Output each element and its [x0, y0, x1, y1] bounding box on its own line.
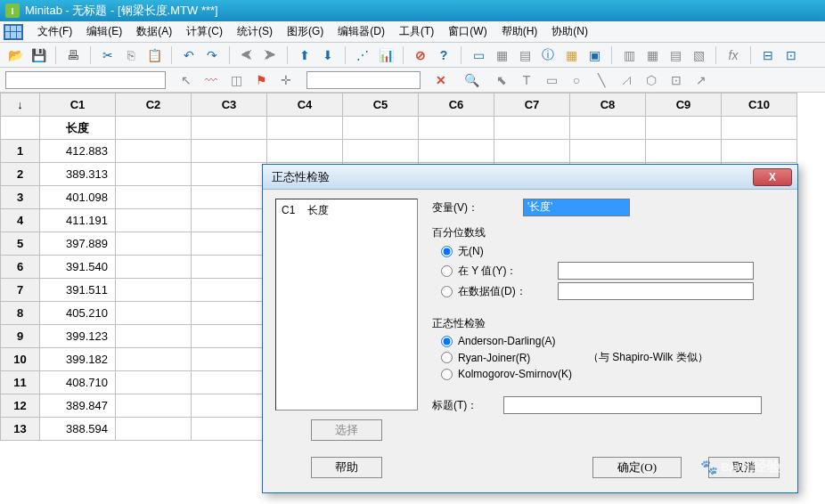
- column-name-cell[interactable]: [192, 117, 267, 140]
- column-name-cell[interactable]: [494, 117, 570, 140]
- worksheet-icon[interactable]: [4, 24, 23, 40]
- column-name-cell[interactable]: 长度: [40, 117, 116, 140]
- cell[interactable]: [192, 394, 267, 418]
- insert-up-icon[interactable]: ⬆: [295, 45, 314, 65]
- menu-calc[interactable]: 计算(C): [179, 21, 230, 42]
- column-header[interactable]: C8: [570, 93, 646, 117]
- cell[interactable]: [494, 140, 570, 163]
- brush-icon[interactable]: 〰: [201, 70, 221, 90]
- undo-icon[interactable]: ↶: [179, 45, 199, 65]
- combo-2[interactable]: [306, 71, 421, 89]
- cell[interactable]: [192, 163, 267, 186]
- row-header[interactable]: 9: [1, 325, 40, 348]
- info-icon[interactable]: ⓘ: [538, 45, 558, 65]
- row-header[interactable]: 1: [1, 140, 40, 163]
- nav-prev-icon[interactable]: ⮜: [237, 45, 257, 65]
- radio-yvalue[interactable]: [441, 265, 453, 277]
- insert-down-icon[interactable]: ⬇: [318, 45, 338, 65]
- menu-tools[interactable]: 工具(T): [392, 21, 441, 42]
- cell[interactable]: [343, 140, 419, 163]
- column-name-cell[interactable]: [419, 117, 494, 140]
- fx-icon[interactable]: fx: [723, 45, 743, 65]
- cell[interactable]: [116, 371, 192, 394]
- column-name-cell[interactable]: [267, 117, 343, 140]
- column-header[interactable]: C10: [722, 93, 797, 117]
- title-input[interactable]: [503, 396, 762, 414]
- cell[interactable]: [116, 325, 192, 348]
- cell[interactable]: [192, 256, 267, 279]
- row-header[interactable]: 8: [1, 302, 40, 325]
- cell[interactable]: 397.889: [40, 232, 116, 256]
- column-header[interactable]: C4: [267, 93, 343, 117]
- pointer-icon[interactable]: ↖: [176, 70, 196, 90]
- dialog-titlebar[interactable]: 正态性检验 X: [263, 165, 797, 190]
- line-tool-icon[interactable]: ╲: [592, 70, 611, 90]
- worksheet-btn-icon[interactable]: ▦: [492, 45, 511, 65]
- delete-icon[interactable]: ✕: [431, 70, 451, 90]
- cell[interactable]: [116, 279, 192, 302]
- cell[interactable]: 389.313: [40, 163, 116, 186]
- cancel-button[interactable]: 取消: [708, 457, 780, 478]
- help-button[interactable]: 帮助: [311, 457, 382, 478]
- report-icon[interactable]: ▦: [561, 45, 581, 65]
- radio-ryan-joiner[interactable]: [441, 352, 453, 363]
- cell[interactable]: [192, 186, 267, 209]
- column-name-cell[interactable]: [116, 117, 192, 140]
- cell[interactable]: [192, 418, 267, 441]
- layout1-icon[interactable]: ▥: [619, 45, 639, 65]
- variable-listbox[interactable]: C1 长度: [275, 199, 418, 411]
- polyline-tool-icon[interactable]: ⩘: [617, 70, 636, 90]
- menu-stat[interactable]: 统计(S): [230, 21, 280, 42]
- cell[interactable]: [116, 232, 192, 256]
- copy-icon[interactable]: ⎘: [121, 45, 141, 65]
- layout4-icon[interactable]: ▧: [689, 45, 708, 65]
- close-button[interactable]: X: [753, 168, 792, 186]
- cut-icon[interactable]: ✂: [98, 45, 118, 65]
- row-header[interactable]: 12: [1, 394, 40, 418]
- yvalue-input[interactable]: [558, 262, 754, 280]
- column-header[interactable]: C5: [343, 93, 419, 117]
- cell[interactable]: [192, 325, 267, 348]
- radio-kolmogorov-smirnov[interactable]: [441, 369, 453, 380]
- column-name-cell[interactable]: [570, 117, 646, 140]
- cell[interactable]: [116, 256, 192, 279]
- row-header[interactable]: 3: [1, 186, 40, 209]
- cell[interactable]: [646, 140, 722, 163]
- cell[interactable]: 411.191: [40, 209, 116, 232]
- corner-cell[interactable]: ↓: [1, 93, 40, 117]
- cell[interactable]: 399.123: [40, 325, 116, 348]
- cell[interactable]: 389.847: [40, 394, 116, 418]
- select-tool-icon[interactable]: ⬉: [492, 70, 511, 90]
- redo-icon[interactable]: ↷: [202, 45, 222, 65]
- arrow-tool-icon[interactable]: ↗: [691, 70, 711, 90]
- cell[interactable]: [267, 140, 343, 163]
- row-header[interactable]: 7: [1, 279, 40, 302]
- print-icon[interactable]: 🖶: [63, 45, 83, 65]
- cell[interactable]: [419, 140, 494, 163]
- row-header[interactable]: 5: [1, 232, 40, 256]
- cell[interactable]: [192, 140, 267, 163]
- menu-help[interactable]: 帮助(H): [494, 21, 545, 42]
- menu-assist[interactable]: 协助(N): [544, 21, 595, 42]
- cancel-icon[interactable]: ⊘: [411, 45, 430, 65]
- cell[interactable]: [116, 418, 192, 441]
- cell[interactable]: [722, 140, 797, 163]
- row-header[interactable]: 6: [1, 256, 40, 279]
- cell[interactable]: 391.540: [40, 256, 116, 279]
- column-header[interactable]: C6: [419, 93, 494, 117]
- flag-icon[interactable]: ⚑: [251, 70, 271, 90]
- column-header[interactable]: C9: [646, 93, 722, 117]
- zoom-icon[interactable]: 🔍: [462, 70, 481, 90]
- project-icon[interactable]: ▤: [515, 45, 535, 65]
- circle-tool-icon[interactable]: ○: [567, 70, 586, 90]
- cell[interactable]: [116, 186, 192, 209]
- menu-window[interactable]: 窗口(W): [441, 21, 494, 42]
- open-icon[interactable]: 📂: [5, 45, 25, 65]
- column-header[interactable]: C7: [494, 93, 570, 117]
- column-name-cell[interactable]: [722, 117, 797, 140]
- cell[interactable]: [116, 302, 192, 325]
- row-header[interactable]: 2: [1, 163, 40, 186]
- cell[interactable]: [192, 209, 267, 232]
- text-tool-icon[interactable]: T: [517, 70, 536, 90]
- cell[interactable]: [116, 140, 192, 163]
